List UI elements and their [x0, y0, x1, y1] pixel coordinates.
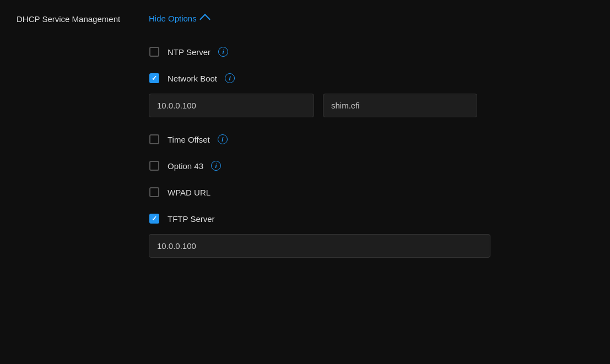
- tftp-server-label: TFTP Server: [168, 214, 215, 224]
- time-offset-info-icon[interactable]: i: [218, 134, 228, 144]
- option-row-option43: Option 43 i: [149, 153, 593, 179]
- tftp-server-checkbox[interactable]: ✓: [149, 213, 160, 224]
- page-title: DHCP Service Management: [17, 11, 127, 24]
- tftp-checkmark-icon: ✓: [152, 215, 157, 222]
- network-boot-checkbox[interactable]: ✓: [149, 73, 160, 84]
- ntp-server-checkbox-unchecked: [149, 47, 159, 57]
- time-offset-checkbox-unchecked: [149, 134, 159, 144]
- ntp-server-label: NTP Server: [168, 47, 210, 57]
- network-boot-inputs: [149, 91, 593, 126]
- network-boot-ip-input[interactable]: [149, 94, 314, 117]
- chevron-up-icon: [199, 14, 210, 25]
- option43-label: Option 43: [168, 161, 203, 171]
- wpad-url-checkbox-unchecked: [149, 187, 159, 197]
- tftp-server-checkbox-checked: ✓: [149, 214, 159, 224]
- tftp-server-ip-input[interactable]: [149, 234, 490, 258]
- option-row-ntp-server: NTP Server i: [149, 39, 593, 65]
- options-panel: Hide Options NTP Server i ✓ Network Boot…: [149, 11, 593, 267]
- option43-checkbox[interactable]: [149, 160, 160, 171]
- time-offset-checkbox[interactable]: [149, 134, 160, 145]
- option-row-time-offset: Time Offset i: [149, 126, 593, 153]
- option43-checkbox-unchecked: [149, 161, 159, 171]
- network-boot-checkbox-checked: ✓: [149, 73, 159, 83]
- option-row-network-boot: ✓ Network Boot i: [149, 65, 593, 91]
- option-row-tftp-server: ✓ TFTP Server: [149, 205, 593, 232]
- option43-info-icon[interactable]: i: [211, 161, 221, 171]
- time-offset-label: Time Offset: [168, 135, 210, 144]
- hide-options-button[interactable]: Hide Options: [149, 11, 593, 25]
- hide-options-label: Hide Options: [149, 14, 197, 23]
- ntp-server-checkbox[interactable]: [149, 46, 160, 57]
- option-row-wpad-url: WPAD URL: [149, 179, 593, 205]
- wpad-url-label: WPAD URL: [168, 188, 210, 197]
- wpad-url-checkbox[interactable]: [149, 187, 160, 198]
- network-boot-label: Network Boot: [168, 74, 217, 83]
- network-boot-file-input[interactable]: [323, 94, 477, 117]
- ntp-server-info-icon[interactable]: i: [218, 47, 228, 57]
- checkmark-icon: ✓: [152, 75, 157, 82]
- network-boot-info-icon[interactable]: i: [225, 73, 235, 83]
- tftp-server-inputs: [149, 232, 593, 267]
